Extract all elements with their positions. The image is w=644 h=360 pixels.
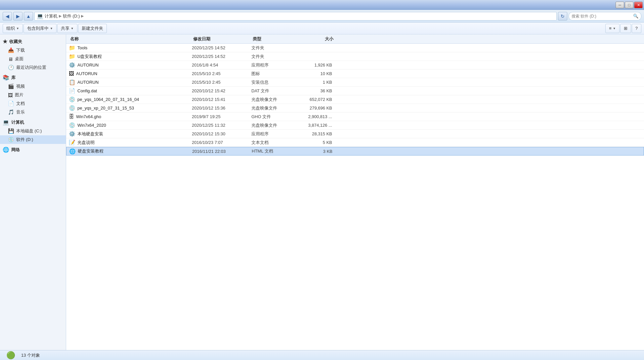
file-list: 📁 Tools 2020/12/25 14:52 文件夹 📁 U盘安装教程 20… xyxy=(66,44,644,156)
favorites-header[interactable]: ★ 收藏夹 xyxy=(0,37,66,46)
file-name-cell: 📋 AUTORUN xyxy=(66,79,192,85)
file-name-cell: 📁 U盘安装教程 xyxy=(66,53,192,60)
table-row[interactable]: 💿 Win7x64_2020 2020/12/25 11:32 光盘映像文件 3… xyxy=(66,121,644,130)
table-row[interactable]: 💿 pe_yqs_xp_20_07_31_15_53 2020/10/12 15… xyxy=(66,104,644,112)
share-arrow-icon: ▼ xyxy=(71,27,74,30)
sidebar-item-download[interactable]: 📥 下载 xyxy=(0,46,66,55)
organize-arrow-icon: ▼ xyxy=(16,27,19,30)
view-arrow-icon: ▼ xyxy=(613,27,616,30)
file-name-cell: 💿 pe_yqs_xp_20_07_31_15_53 xyxy=(66,105,192,111)
network-header[interactable]: 🌐 网络 xyxy=(0,145,66,154)
table-row[interactable]: 📄 Config.dat 2020/10/12 15:42 DAT 文件 36 … xyxy=(66,87,644,95)
table-row[interactable]: 🖼 AUTORUN 2015/5/10 2:45 图标 10 KB xyxy=(66,69,644,78)
file-date: 2015/5/10 2:45 xyxy=(192,71,251,76)
help-button[interactable]: ? xyxy=(632,24,641,33)
table-row[interactable]: 📁 Tools 2020/12/25 14:52 文件夹 xyxy=(66,44,644,52)
sidebar-item-music[interactable]: 🎵 音乐 xyxy=(0,108,66,116)
table-row[interactable]: ⚙️ 本地硬盘安装 2020/10/12 15:30 应用程序 28,315 K… xyxy=(66,130,644,138)
search-input[interactable] xyxy=(572,14,632,19)
table-row[interactable]: 📋 AUTORUN 2015/5/10 2:45 安装信息 1 KB xyxy=(66,78,644,87)
sidebar-item-d-drive[interactable]: 💿 软件 (D:) xyxy=(0,135,66,144)
forward-button[interactable]: ▶ xyxy=(13,12,22,21)
maximize-button[interactable]: □ xyxy=(625,2,633,8)
sidebar-item-pictures[interactable]: 🖼 图片 xyxy=(0,91,66,99)
minimize-button[interactable]: ─ xyxy=(616,2,624,8)
search-icon[interactable]: 🔍 xyxy=(633,14,638,19)
file-date: 2019/9/7 19:25 xyxy=(192,114,251,119)
file-type: GHO 文件 xyxy=(251,114,294,120)
sidebar-item-documents[interactable]: 📄 文档 xyxy=(0,99,66,108)
address-bar: ◀ ▶ ▲ 💻 计算机 ▶ 软件 (D:) ▶ ↻ 🔍 xyxy=(0,10,644,22)
favorites-icon: ★ xyxy=(3,38,7,45)
include-library-button[interactable]: 包含到库中 ▼ xyxy=(23,24,57,33)
table-row[interactable]: ⚙️ AUTORUN 2016/1/8 4:54 应用程序 1,926 KB xyxy=(66,61,644,69)
organize-button[interactable]: 组织 ▼ xyxy=(3,24,23,33)
sidebar-item-video[interactable]: 🎬 视频 xyxy=(0,82,66,91)
table-row[interactable]: 🗄 Win7x64.gho 2019/9/7 19:25 GHO 文件 2,90… xyxy=(66,112,644,121)
file-date: 2015/5/10 2:45 xyxy=(192,80,251,85)
share-button[interactable]: 共享 ▼ xyxy=(57,24,77,33)
pictures-label: 图片 xyxy=(15,92,23,98)
file-name: pe_yqs_xp_20_07_31_15_53 xyxy=(77,106,134,111)
file-name-cell: 🖼 AUTORUN xyxy=(66,71,192,77)
file-type: 应用程序 xyxy=(251,131,294,137)
file-name-cell: 💿 Win7x64_2020 xyxy=(66,122,192,128)
file-type-icon: 📄 xyxy=(69,88,75,94)
breadcrumb-arrow-1: ▶ xyxy=(59,14,62,18)
back-button[interactable]: ◀ xyxy=(3,12,12,21)
file-type-icon: 💿 xyxy=(69,122,75,128)
file-name-cell: 🗄 Win7x64.gho xyxy=(66,114,192,120)
col-date-header[interactable]: 修改日期 xyxy=(193,36,253,42)
table-row[interactable]: 🌐 硬盘安装教程 2016/11/21 22:03 HTML 文档 3 KB xyxy=(66,147,644,156)
computer-section: 💻 计算机 💾 本地磁盘 (C:) 💿 软件 (D:) xyxy=(0,118,66,144)
file-type: 图标 xyxy=(251,71,294,77)
col-name-header[interactable]: 名称 xyxy=(67,36,193,42)
computer-icon: 💻 xyxy=(3,119,9,125)
layout-icon: ⊞ xyxy=(624,26,627,31)
up-button[interactable]: ▲ xyxy=(24,12,33,21)
col-type-header[interactable]: 类型 xyxy=(253,36,296,42)
file-type-icon: 🗄 xyxy=(69,114,74,120)
c-drive-icon: 💾 xyxy=(8,128,14,134)
computer-label: 计算机 xyxy=(11,119,24,125)
desktop-icon: 🖥 xyxy=(8,56,13,62)
table-row[interactable]: 💿 pe_yqs_1064_20_07_31_16_04 2020/10/12 … xyxy=(66,95,644,104)
file-type-icon: 🖼 xyxy=(69,71,74,77)
library-header[interactable]: 📚 库 xyxy=(0,73,66,82)
network-icon: 🌐 xyxy=(3,147,9,153)
file-name-cell: ⚙️ AUTORUN xyxy=(66,62,192,68)
file-date: 2020/10/12 15:42 xyxy=(192,88,251,93)
sidebar-item-recent[interactable]: 🕐 最近访问的位置 xyxy=(0,63,66,72)
sidebar-item-desktop[interactable]: 🖥 桌面 xyxy=(0,55,66,63)
refresh-button[interactable]: ↻ xyxy=(558,12,567,21)
file-list-header: 名称 修改日期 类型 大小 xyxy=(66,34,644,44)
new-folder-button[interactable]: 新建文件夹 xyxy=(78,24,107,33)
breadcrumb[interactable]: 💻 计算机 ▶ 软件 (D:) ▶ xyxy=(34,12,557,21)
close-button[interactable]: ✕ xyxy=(634,2,643,8)
view-icon: ≡ xyxy=(609,26,612,31)
file-name: Win7x64.gho xyxy=(76,114,101,119)
file-name: 光盘说明 xyxy=(77,140,95,146)
table-row[interactable]: 📝 光盘说明 2016/10/23 7:07 文本文档 5 KB xyxy=(66,138,644,147)
file-size: 28,315 KB xyxy=(294,131,337,136)
computer-header[interactable]: 💻 计算机 xyxy=(0,118,66,127)
file-type: HTML 文档 xyxy=(252,148,295,154)
video-label: 视频 xyxy=(16,83,25,89)
file-name-cell: 🌐 硬盘安装教程 xyxy=(66,148,192,155)
file-size: 3 KB xyxy=(295,149,338,154)
file-name-cell: 📁 Tools xyxy=(66,45,192,51)
col-size-header[interactable]: 大小 xyxy=(296,36,339,42)
main-layout: ★ 收藏夹 📥 下载 🖥 桌面 🕐 最近访问的位置 📚 库 🎬 xyxy=(0,34,644,350)
layout-button[interactable]: ⊞ xyxy=(620,24,631,33)
sidebar-item-c-drive[interactable]: 💾 本地磁盘 (C:) xyxy=(0,127,66,135)
view-options-button[interactable]: ≡ ▼ xyxy=(605,24,620,33)
file-date: 2016/10/23 7:07 xyxy=(192,140,251,145)
file-date: 2020/12/25 11:32 xyxy=(192,123,251,128)
file-size: 5 KB xyxy=(294,140,337,145)
file-size: 1,926 KB xyxy=(294,63,337,68)
file-type: DAT 文件 xyxy=(251,88,294,94)
table-row[interactable]: 📁 U盘安装教程 2020/12/25 14:52 文件夹 xyxy=(66,52,644,61)
documents-label: 文档 xyxy=(16,101,25,107)
c-drive-label: 本地磁盘 (C:) xyxy=(16,128,42,134)
recent-icon: 🕐 xyxy=(8,65,14,70)
